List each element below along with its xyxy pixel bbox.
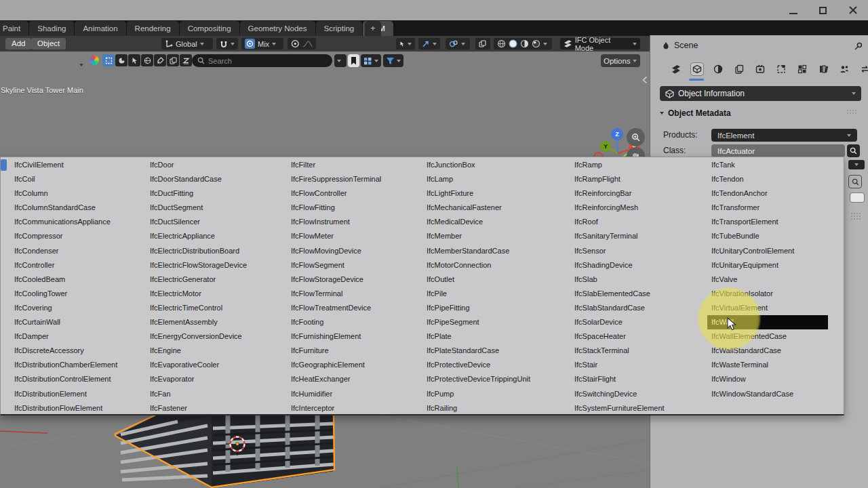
class-option-IfcFlowFitting[interactable]: IfcFlowFitting [291, 201, 427, 215]
tab-animation[interactable]: Animation [75, 21, 125, 36]
class-option-IfcSlab[interactable]: IfcSlab [574, 272, 711, 287]
snap-dropdown[interactable] [216, 38, 238, 49]
class-option-IfcStackTerminal[interactable]: IfcStackTerminal [574, 344, 711, 358]
class-option-IfcColumn[interactable]: IfcColumn [14, 186, 150, 201]
class-option-IfcElectricAppliance[interactable]: IfcElectricAppliance [150, 229, 291, 243]
class-option-IfcElectricDistributionBoard[interactable]: IfcElectricDistributionBoard [150, 244, 291, 258]
gizmo-z-axis[interactable]: Z [611, 128, 623, 140]
properties-tab-tool-icon[interactable] [669, 62, 683, 76]
class-option-IfcMechanicalFastener[interactable]: IfcMechanicalFastener [427, 201, 574, 215]
class-option-IfcUnitaryEquipment[interactable]: IfcUnitaryEquipment [711, 258, 831, 272]
class-option-IfcProtectiveDevice[interactable]: IfcProtectiveDevice [427, 358, 574, 372]
class-option-IfcDistributionFlowElement[interactable]: IfcDistributionFlowElement [14, 401, 150, 415]
object-information-header[interactable]: Object Information [660, 86, 861, 101]
class-option-IfcCivilElement[interactable]: IfcCivilElement [14, 158, 150, 172]
class-option-IfcFastener[interactable]: IfcFastener [150, 401, 291, 415]
class-option-IfcShadingDevice[interactable]: IfcShadingDevice [574, 258, 711, 272]
side-drag-handle-icon[interactable] [851, 213, 862, 221]
class-option-IfcMember[interactable]: IfcMember [427, 229, 574, 243]
class-option-IfcEvaporator[interactable]: IfcEvaporator [150, 372, 291, 386]
class-option-IfcJunctionBox[interactable]: IfcJunctionBox [427, 158, 574, 172]
class-option-IfcFlowStorageDevice[interactable]: IfcFlowStorageDevice [291, 272, 427, 287]
properties-tab-panels-icon[interactable] [795, 62, 809, 76]
properties-tab-material-icon[interactable] [711, 62, 725, 76]
display-mode-dropdown[interactable] [361, 54, 381, 67]
building-model[interactable] [0, 404, 650, 488]
class-option-IfcElementAssembly[interactable]: IfcElementAssembly [150, 315, 291, 329]
class-option-IfcPump[interactable]: IfcPump [427, 387, 574, 401]
class-option-IfcCoil[interactable]: IfcCoil [14, 172, 150, 186]
class-option-IfcCoolingTower[interactable]: IfcCoolingTower [14, 287, 150, 301]
class-option-IfcLightFixture[interactable]: IfcLightFixture [427, 186, 574, 201]
class-option-IfcCompressor[interactable]: IfcCompressor [14, 229, 150, 243]
filter-dropdown[interactable] [383, 54, 403, 67]
measure-icon[interactable] [180, 54, 192, 66]
falloff-widget[interactable] [288, 38, 316, 49]
overlays-dropdown[interactable] [418, 38, 440, 49]
class-option-IfcPile[interactable]: IfcPile [427, 287, 574, 301]
class-option-IfcProtectiveDeviceTrippingUnit[interactable]: IfcProtectiveDeviceTrippingUnit [427, 372, 574, 386]
class-option-IfcSolarDevice[interactable]: IfcSolarDevice [574, 315, 711, 329]
class-option-IfcWindow[interactable]: IfcWindow [711, 372, 831, 386]
class-option-IfcMotorConnection[interactable]: IfcMotorConnection [427, 258, 574, 272]
class-option-IfcSystemFurnitureElement[interactable]: IfcSystemFurnitureElement [574, 401, 711, 415]
class-option-IfcFurniture[interactable]: IfcFurniture [291, 344, 427, 358]
class-option-IfcUnitaryControlElement[interactable]: IfcUnitaryControlElement [711, 244, 831, 258]
object-menu-button[interactable]: Object [31, 38, 66, 49]
xray-dropdown[interactable] [446, 38, 470, 49]
class-option-IfcDoor[interactable]: IfcDoor [150, 158, 291, 172]
region-collapse-icon[interactable] [642, 76, 648, 84]
class-option-IfcSlabStandardCase[interactable]: IfcSlabStandardCase [574, 301, 711, 315]
class-option-IfcFurnishingElement[interactable]: IfcFurnishingElement [291, 329, 427, 344]
class-option-IfcTendon[interactable]: IfcTendon [711, 172, 831, 186]
class-option-IfcColumnStandardCase[interactable]: IfcColumnStandardCase [14, 201, 150, 215]
mode-colorwheel-icon[interactable] [90, 56, 99, 65]
properties-tab-books-icon[interactable] [816, 62, 830, 76]
class-option-IfcDistributionChamberElement[interactable]: IfcDistributionChamberElement [14, 358, 150, 372]
class-option-IfcCommunicationsAppliance[interactable]: IfcCommunicationsAppliance [14, 215, 150, 229]
class-option-IfcReinforcingBar[interactable]: IfcReinforcingBar [574, 186, 711, 201]
class-option-IfcDuctSegment[interactable]: IfcDuctSegment [150, 201, 291, 215]
class-option-IfcEvaporativeCooler[interactable]: IfcEvaporativeCooler [150, 358, 291, 372]
class-option-IfcTank[interactable]: IfcTank [711, 158, 831, 172]
class-option-IfcDuctSilencer[interactable]: IfcDuctSilencer [150, 215, 291, 229]
class-option-IfcValve[interactable]: IfcValve [711, 272, 831, 287]
class-option-IfcHumidifier[interactable]: IfcHumidifier [291, 387, 427, 401]
properties-tab-layers-icon[interactable] [732, 62, 746, 76]
class-option-IfcInterceptor[interactable]: IfcInterceptor [291, 401, 427, 415]
gizmo-y-axis[interactable]: Y [600, 141, 611, 152]
class-option-IfcStairFlight[interactable]: IfcStairFlight [574, 372, 711, 386]
maximize-icon[interactable] [818, 5, 829, 16]
class-option-IfcHeatExchanger[interactable]: IfcHeatExchanger [291, 372, 427, 386]
class-option-IfcFlowTreatmentDevice[interactable]: IfcFlowTreatmentDevice [291, 301, 427, 315]
class-option-IfcTransformer[interactable]: IfcTransformer [711, 201, 831, 215]
add-button[interactable]: Add [5, 38, 31, 49]
class-option-IfcRailing[interactable]: IfcRailing [427, 401, 574, 415]
transform-orientation-dropdown[interactable]: Global [161, 38, 213, 49]
class-option-IfcDistributionElement[interactable]: IfcDistributionElement [14, 387, 150, 401]
duplicate-icon[interactable] [167, 54, 179, 66]
class-option-IfcGeographicElement[interactable]: IfcGeographicElement [291, 358, 427, 372]
class-option-IfcEngine[interactable]: IfcEngine [150, 344, 291, 358]
class-option-IfcFooting[interactable]: IfcFooting [291, 315, 427, 329]
class-option-IfcVibrationIsolator[interactable]: IfcVibrationIsolator [711, 287, 831, 301]
class-option-IfcPlate[interactable]: IfcPlate [427, 329, 574, 344]
class-search-field[interactable] [711, 144, 845, 157]
tab-shading[interactable]: Shading [29, 21, 74, 36]
class-option-IfcCondenser[interactable]: IfcCondenser [14, 244, 150, 258]
select-box-icon[interactable] [102, 54, 115, 66]
class-option-IfcDoorStandardCase[interactable]: IfcDoorStandardCase [150, 172, 291, 186]
class-option-IfcWallStandardCase[interactable]: IfcWallStandardCase [711, 344, 831, 358]
class-option-IfcPlateStandardCase[interactable]: IfcPlateStandardCase [427, 344, 574, 358]
class-option-IfcReinforcingMesh[interactable]: IfcReinforcingMesh [574, 201, 711, 215]
class-option-IfcOutlet[interactable]: IfcOutlet [427, 272, 574, 287]
class-option-IfcFlowMeter[interactable]: IfcFlowMeter [291, 229, 427, 243]
tab-compositing[interactable]: Compositing [180, 21, 239, 36]
search-input[interactable] [208, 57, 310, 65]
class-option-IfcFlowController[interactable]: IfcFlowController [291, 186, 427, 201]
bookmark-button[interactable] [348, 54, 359, 67]
class-option-IfcTendonAnchor[interactable]: IfcTendonAnchor [711, 186, 831, 201]
class-option-IfcPipeFitting[interactable]: IfcPipeFitting [427, 301, 574, 315]
object-metadata-header[interactable]: Object Metadata [660, 108, 731, 118]
class-option-IfcSwitchingDevice[interactable]: IfcSwitchingDevice [574, 387, 711, 401]
